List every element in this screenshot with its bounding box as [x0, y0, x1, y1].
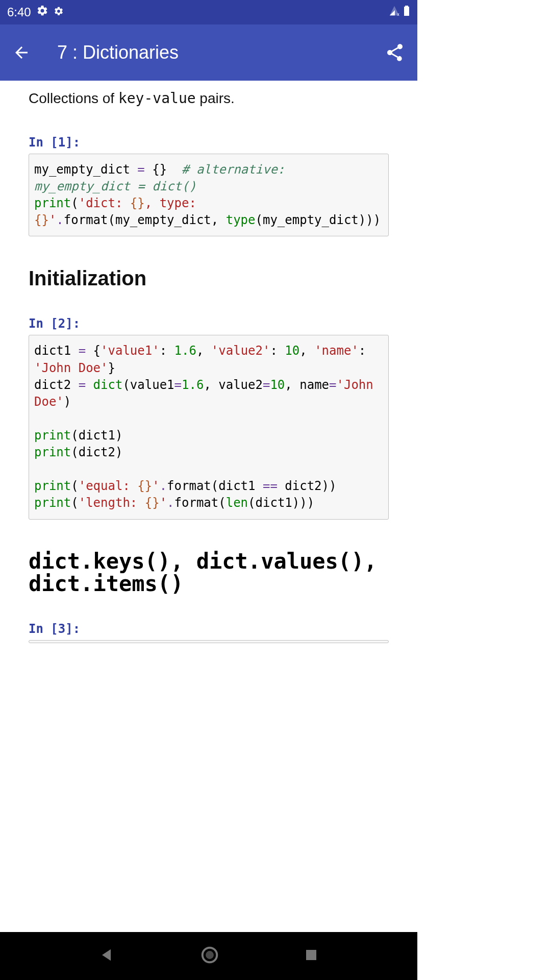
code-cell: my_empty_dict = {} # alternative: my_emp…: [29, 154, 389, 236]
cell-prompt: In [1]:: [29, 135, 389, 150]
content-area[interactable]: Collections of key-value pairs. In [1]: …: [0, 81, 417, 694]
page-title: 7 : Dictionaries: [57, 42, 385, 63]
intro-post: pairs.: [196, 90, 235, 106]
section-heading-mono: dict.keys(), dict.values(), dict.items(): [29, 550, 389, 595]
cell-prompt: In [2]:: [29, 316, 389, 331]
app-bar: 7 : Dictionaries: [0, 24, 417, 81]
svg-text:x: x: [397, 12, 400, 16]
intro-pre: Collections of: [29, 90, 118, 106]
code-cell: [29, 640, 389, 643]
section-heading: Initialization: [29, 267, 389, 290]
signal-icon: x: [389, 5, 400, 19]
back-button[interactable]: [12, 43, 31, 62]
gear-icon: [36, 5, 48, 20]
share-button[interactable]: [385, 42, 405, 63]
gear-small-icon: [54, 5, 64, 19]
status-bar: 6:40 x: [0, 0, 417, 24]
battery-icon: [403, 5, 410, 20]
code-cell: dict1 = {'value1': 1.6, 'value2': 10, 'n…: [29, 335, 389, 519]
intro-text: Collections of key-value pairs.: [29, 90, 389, 107]
status-left: 6:40: [7, 5, 64, 20]
intro-code: key-value: [118, 90, 196, 107]
cell-prompt: In [3]:: [29, 622, 389, 636]
status-right: x: [389, 5, 410, 20]
status-time: 6:40: [7, 5, 31, 19]
